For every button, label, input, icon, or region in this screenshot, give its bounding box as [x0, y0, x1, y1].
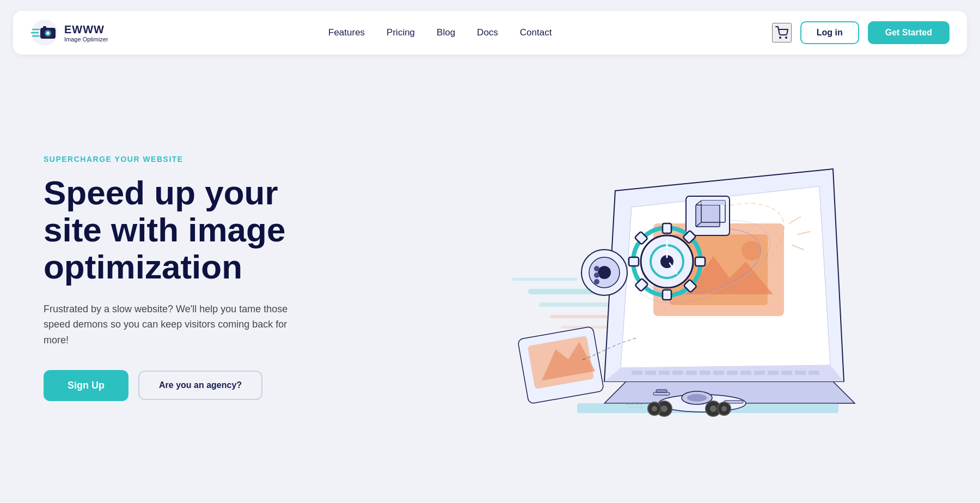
cart-button[interactable] [772, 23, 792, 43]
svg-rect-8 [43, 26, 46, 28]
svg-point-7 [47, 32, 50, 35]
login-button[interactable]: Log in [800, 21, 859, 44]
hero-body: Frustrated by a slow website? We'll help… [44, 301, 294, 348]
nav-item-docs[interactable]: Docs [477, 27, 498, 38]
nav-item-contact[interactable]: Contact [520, 27, 552, 38]
svg-rect-26 [672, 371, 683, 375]
header: EWWW Image Optimizer Features Pricing Bl… [13, 11, 967, 54]
svg-point-78 [661, 405, 667, 412]
svg-rect-23 [632, 371, 642, 375]
brand-name: EWWW [64, 23, 108, 36]
hero-heading: Speed up your site with image optimizati… [44, 174, 327, 286]
svg-rect-57 [629, 257, 639, 266]
logo[interactable]: EWWW Image Optimizer [30, 19, 108, 47]
svg-rect-27 [686, 371, 697, 375]
get-started-button[interactable]: Get Started [868, 21, 950, 44]
nav-item-pricing[interactable]: Pricing [387, 27, 415, 38]
header-right: Log in Get Started [772, 21, 950, 44]
hero-content: SUPERCHARGE YOUR WEBSITE Speed up your s… [44, 155, 327, 401]
svg-rect-15 [512, 278, 577, 281]
brand-sub: Image Optimizer [64, 36, 108, 43]
svg-rect-30 [727, 371, 738, 375]
svg-rect-33 [768, 371, 779, 375]
svg-rect-31 [740, 371, 751, 375]
logo-text: EWWW Image Optimizer [64, 23, 108, 43]
svg-point-80 [710, 405, 716, 412]
logo-icon [30, 19, 59, 47]
svg-point-84 [652, 406, 657, 411]
svg-point-19 [742, 241, 761, 260]
svg-rect-35 [795, 371, 806, 375]
svg-rect-36 [808, 371, 819, 375]
svg-rect-29 [713, 371, 724, 375]
svg-rect-34 [781, 371, 792, 375]
agency-button[interactable]: Are you an agency? [138, 371, 262, 400]
hero-eyebrow: SUPERCHARGE YOUR WEBSITE [44, 155, 327, 163]
svg-point-67 [598, 266, 611, 279]
svg-point-70 [594, 279, 599, 284]
svg-rect-56 [695, 257, 705, 266]
svg-point-10 [786, 37, 787, 38]
svg-rect-24 [645, 371, 656, 375]
main-nav: Features Pricing Blog Docs Contact [328, 27, 552, 38]
svg-rect-28 [700, 371, 710, 375]
svg-rect-32 [754, 371, 765, 375]
svg-point-69 [594, 272, 599, 278]
svg-rect-76 [656, 390, 667, 392]
svg-point-9 [780, 37, 781, 38]
cart-icon [775, 26, 788, 39]
svg-rect-75 [653, 392, 670, 395]
svg-rect-54 [663, 223, 671, 233]
hero-illustration-svg [348, 93, 936, 463]
signup-button[interactable]: Sign Up [44, 370, 128, 401]
svg-point-73 [687, 394, 707, 402]
nav-item-blog[interactable]: Blog [437, 27, 455, 38]
svg-point-68 [594, 266, 599, 271]
hero-buttons: Sign Up Are you an agency? [44, 370, 327, 401]
svg-rect-25 [659, 371, 670, 375]
hero-section: SUPERCHARGE YOUR WEBSITE Speed up your s… [0, 65, 980, 490]
svg-rect-55 [663, 290, 671, 300]
svg-point-82 [721, 406, 727, 411]
hero-illustration [348, 93, 936, 463]
svg-rect-50 [701, 201, 725, 205]
nav-item-features[interactable]: Features [328, 27, 365, 38]
